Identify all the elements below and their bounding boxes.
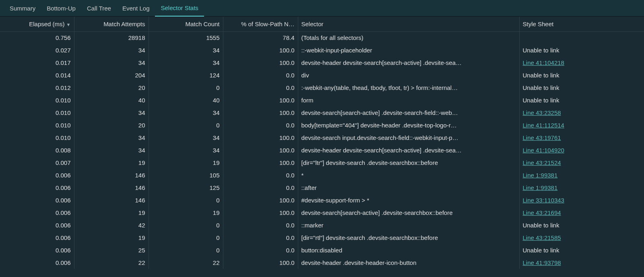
stylesheet-link[interactable]: Line 1:99381 — [523, 172, 558, 179]
cell-elapsed: 0.006 — [0, 181, 74, 194]
table-row[interactable]: 0.0104040100.0formUnable to link — [0, 94, 644, 106]
table-row[interactable]: 0.0103434100.0devsite-search[search-acti… — [0, 106, 644, 119]
column-header[interactable]: Match Count — [149, 17, 223, 31]
table-header-row: Elapsed (ms)▼Match AttemptsMatch Count% … — [0, 17, 644, 31]
cell-stylesheet — [519, 31, 644, 44]
table-row[interactable]: 0.0061919100.0devsite-search[search-acti… — [0, 206, 644, 219]
cell-slow: 100.0 — [223, 194, 298, 206]
cell-slow: 100.0 — [223, 256, 298, 269]
cell-elapsed: 0.010 — [0, 131, 74, 144]
cell-selector: [dir="rtl"] devsite-search .devsite-sear… — [298, 231, 519, 244]
cell-stylesheet: Unable to link — [519, 244, 644, 256]
table-row[interactable]: 0.0061900.0[dir="rtl"] devsite-search .d… — [0, 231, 644, 244]
cell-attempts: 34 — [74, 44, 149, 56]
selector-stats-table: Elapsed (ms)▼Match AttemptsMatch Count% … — [0, 17, 644, 269]
cell-stylesheet: Unable to link — [519, 219, 644, 231]
cell-attempts: 19 — [74, 231, 149, 244]
stylesheet-link[interactable]: Line 43:19761 — [523, 134, 561, 141]
stylesheet-link[interactable]: Line 43:23258 — [523, 109, 561, 116]
cell-elapsed: 0.006 — [0, 231, 74, 244]
stylesheet-link[interactable]: Line 1:99381 — [523, 184, 558, 191]
cell-stylesheet: Unable to link — [519, 44, 644, 56]
cell-slow: 0.0 — [223, 119, 298, 131]
cell-stylesheet: Unable to link — [519, 94, 644, 106]
stylesheet-link[interactable]: Line 43:21524 — [523, 159, 561, 166]
column-header[interactable]: Elapsed (ms)▼ — [0, 17, 74, 31]
column-header[interactable]: Match Attempts — [74, 17, 149, 31]
cell-count: 0 — [149, 231, 223, 244]
cell-attempts: 20 — [74, 81, 149, 94]
stylesheet-link[interactable]: Line 41:104920 — [523, 147, 564, 154]
cell-selector: ::marker — [298, 219, 519, 231]
stylesheet-link[interactable]: Line 43:21585 — [523, 234, 561, 241]
column-header[interactable]: Style Sheet — [519, 17, 644, 31]
cell-stylesheet: Line 43:23258 — [519, 106, 644, 119]
table-row[interactable]: 0.0061460100.0#devsite-support-form > *L… — [0, 194, 644, 206]
cell-slow: 0.0 — [223, 69, 298, 81]
table-row[interactable]: 0.0273434100.0::-webkit-input-placeholde… — [0, 44, 644, 56]
tab-selector-stats[interactable]: Selector Stats — [155, 0, 204, 17]
cell-stylesheet: Line 41:104920 — [519, 144, 644, 156]
cell-selector: button:disabled — [298, 244, 519, 256]
column-header[interactable]: Selector — [298, 17, 519, 31]
cell-slow: 0.0 — [223, 181, 298, 194]
cell-stylesheet: Line 43:21524 — [519, 156, 644, 169]
cell-elapsed: 0.010 — [0, 94, 74, 106]
table-row[interactable]: 0.0103434100.0devsite-search input.devsi… — [0, 131, 644, 144]
cell-count: 40 — [149, 94, 223, 106]
stylesheet-link[interactable]: Line 33:110343 — [523, 197, 564, 204]
cell-attempts: 146 — [74, 169, 149, 181]
cell-selector: * — [298, 169, 519, 181]
cell-elapsed: 0.006 — [0, 169, 74, 181]
tab-call-tree[interactable]: Call Tree — [81, 0, 117, 16]
cell-attempts: 42 — [74, 219, 149, 231]
cell-stylesheet: Line 41:104218 — [519, 56, 644, 69]
cell-elapsed: 0.012 — [0, 81, 74, 94]
cell-elapsed: 0.006 — [0, 256, 74, 269]
table-row[interactable]: 0.0061461050.0*Line 1:99381 — [0, 169, 644, 181]
table-row[interactable]: 0.0122000.0:-webkit-any(table, thead, tb… — [0, 81, 644, 94]
tab-event-log[interactable]: Event Log — [117, 0, 155, 16]
cell-stylesheet: Unable to link — [519, 69, 644, 81]
cell-selector: :-webkit-any(table, thead, tbody, tfoot,… — [298, 81, 519, 94]
cell-elapsed: 0.756 — [0, 31, 74, 44]
column-header[interactable]: % of Slow-Path N… — [223, 17, 298, 31]
column-header-label: Match Count — [185, 21, 219, 27]
table-row[interactable]: 0.0062222100.0devsite-header .devsite-he… — [0, 256, 644, 269]
table-row[interactable]: 0.0142041240.0divUnable to link — [0, 69, 644, 81]
tab-bottom-up[interactable]: Bottom-Up — [41, 0, 81, 16]
cell-slow: 78.4 — [223, 31, 298, 44]
cell-slow: 100.0 — [223, 144, 298, 156]
stylesheet-link[interactable]: Line 41:112514 — [523, 122, 564, 129]
cell-slow: 100.0 — [223, 106, 298, 119]
cell-count: 0 — [149, 119, 223, 131]
tab-summary[interactable]: Summary — [4, 0, 41, 16]
cell-selector: (Totals for all selectors) — [298, 31, 519, 44]
table-row[interactable]: 0.0173434100.0devsite-header devsite-sea… — [0, 56, 644, 69]
cell-attempts: 34 — [74, 56, 149, 69]
cell-selector: devsite-search[search-active] .devsite-s… — [298, 206, 519, 219]
cell-selector: form — [298, 94, 519, 106]
cell-stylesheet: Line 33:110343 — [519, 194, 644, 206]
table-row[interactable]: 0.0064200.0::markerUnable to link — [0, 219, 644, 231]
cell-selector: devsite-search[search-active] .devsite-s… — [298, 106, 519, 119]
cell-elapsed: 0.006 — [0, 219, 74, 231]
stylesheet-link[interactable]: Line 41:93798 — [523, 259, 561, 266]
table-row[interactable]: 0.0062500.0button:disabledUnable to link — [0, 244, 644, 256]
cell-stylesheet: Line 1:99381 — [519, 169, 644, 181]
table-row[interactable]: 0.0102000.0body[template="404"] devsite-… — [0, 119, 644, 131]
table-row[interactable]: 0.0071919100.0[dir="ltr"] devsite-search… — [0, 156, 644, 169]
table-row[interactable]: 0.75628918155578.4(Totals for all select… — [0, 31, 644, 44]
cell-count: 34 — [149, 131, 223, 144]
table-row[interactable]: 0.0083434100.0devsite-header devsite-sea… — [0, 144, 644, 156]
cell-count: 22 — [149, 256, 223, 269]
table-row[interactable]: 0.0061461250.0::afterLine 1:99381 — [0, 181, 644, 194]
stylesheet-link[interactable]: Line 43:21694 — [523, 209, 561, 216]
stylesheet-link[interactable]: Line 41:104218 — [523, 59, 564, 66]
cell-attempts: 22 — [74, 256, 149, 269]
cell-attempts: 20 — [74, 119, 149, 131]
cell-attempts: 19 — [74, 156, 149, 169]
cell-selector: [dir="ltr"] devsite-search .devsite-sear… — [298, 156, 519, 169]
column-header-label: Elapsed (ms) — [29, 21, 64, 27]
cell-stylesheet: Line 1:99381 — [519, 181, 644, 194]
